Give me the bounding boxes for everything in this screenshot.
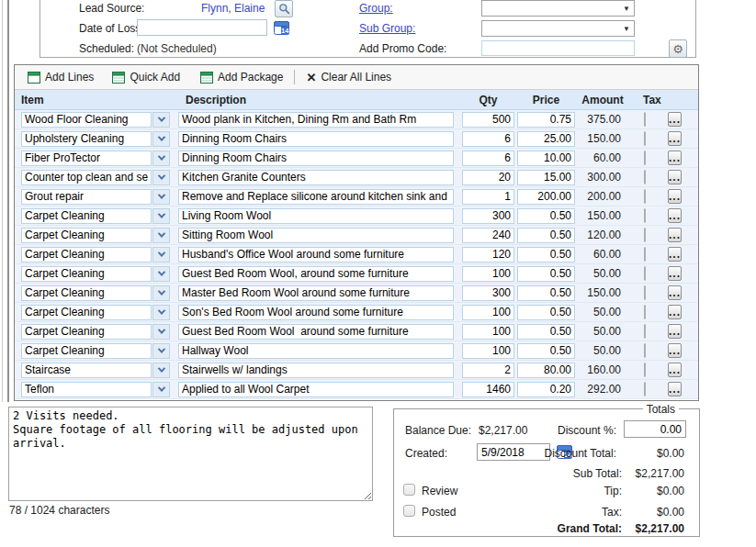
tax-checkbox[interactable] xyxy=(644,305,646,319)
price-input[interactable] xyxy=(517,151,575,166)
item-dropdown-button[interactable] xyxy=(152,170,170,185)
row-options-button[interactable]: ... xyxy=(668,363,682,377)
description-input[interactable] xyxy=(178,285,454,301)
qty-input[interactable] xyxy=(462,151,514,166)
price-input[interactable] xyxy=(517,363,575,378)
add-package-button[interactable]: Add Package xyxy=(195,69,288,85)
price-input[interactable] xyxy=(517,285,575,301)
item-dropdown-button[interactable] xyxy=(152,208,170,224)
row-options-button[interactable]: ... xyxy=(668,285,682,300)
qty-input[interactable] xyxy=(462,285,514,301)
row-options-button[interactable]: ... xyxy=(668,247,682,262)
row-options-button[interactable]: ... xyxy=(668,112,682,127)
posted-checkbox[interactable] xyxy=(403,505,415,517)
description-input[interactable] xyxy=(178,112,454,128)
quick-add-button[interactable]: Quick Add xyxy=(107,69,186,85)
item-input[interactable] xyxy=(21,324,152,340)
price-input[interactable] xyxy=(517,170,575,185)
tax-checkbox[interactable] xyxy=(644,208,646,223)
qty-input[interactable] xyxy=(462,131,514,147)
price-input[interactable] xyxy=(517,382,575,397)
description-input[interactable] xyxy=(178,247,454,262)
created-date-input[interactable] xyxy=(477,443,550,461)
qty-input[interactable] xyxy=(462,266,514,282)
item-dropdown-button[interactable] xyxy=(152,363,170,378)
item-dropdown-button[interactable] xyxy=(152,247,170,262)
item-dropdown-button[interactable] xyxy=(152,285,170,301)
item-dropdown-button[interactable] xyxy=(152,151,170,166)
description-input[interactable] xyxy=(178,170,454,185)
description-input[interactable] xyxy=(178,324,454,340)
item-dropdown-button[interactable] xyxy=(152,131,170,147)
price-input[interactable] xyxy=(517,131,575,147)
tax-checkbox[interactable] xyxy=(644,382,646,396)
item-input[interactable] xyxy=(21,151,152,166)
tax-checkbox[interactable] xyxy=(644,131,646,146)
item-dropdown-button[interactable] xyxy=(152,324,170,340)
item-dropdown-button[interactable] xyxy=(152,343,170,359)
tax-checkbox[interactable] xyxy=(644,363,646,377)
item-input[interactable] xyxy=(21,112,152,128)
row-options-button[interactable]: ... xyxy=(668,189,682,204)
tax-checkbox[interactable] xyxy=(644,189,646,204)
description-input[interactable] xyxy=(178,131,454,147)
qty-input[interactable] xyxy=(462,382,514,397)
tax-checkbox[interactable] xyxy=(644,151,646,165)
price-input[interactable] xyxy=(517,189,575,205)
qty-input[interactable] xyxy=(462,189,514,205)
tax-checkbox[interactable] xyxy=(644,170,646,184)
item-dropdown-button[interactable] xyxy=(152,228,170,243)
description-input[interactable] xyxy=(178,228,454,243)
price-input[interactable] xyxy=(517,324,575,340)
description-input[interactable] xyxy=(178,151,454,166)
price-input[interactable] xyxy=(517,228,575,243)
description-input[interactable] xyxy=(178,363,454,378)
promo-code-input[interactable] xyxy=(481,40,635,56)
item-input[interactable] xyxy=(21,189,152,205)
row-options-button[interactable]: ... xyxy=(668,305,682,319)
description-input[interactable] xyxy=(178,266,454,282)
tax-checkbox[interactable] xyxy=(644,324,646,339)
discount-pct-input[interactable] xyxy=(624,420,686,438)
description-input[interactable] xyxy=(178,189,454,205)
row-options-button[interactable]: ... xyxy=(668,266,682,281)
item-input[interactable] xyxy=(21,343,152,359)
item-input[interactable] xyxy=(21,228,152,243)
item-dropdown-button[interactable] xyxy=(152,112,170,128)
qty-input[interactable] xyxy=(462,170,514,185)
price-input[interactable] xyxy=(517,247,575,262)
item-input[interactable] xyxy=(21,266,152,282)
item-dropdown-button[interactable] xyxy=(152,305,170,320)
promo-settings-button[interactable]: ⚙ xyxy=(669,39,687,58)
row-options-button[interactable]: ... xyxy=(668,324,682,339)
tax-checkbox[interactable] xyxy=(644,247,646,262)
lead-source-value-link[interactable]: Flynn, Elaine xyxy=(201,2,265,15)
group-link[interactable]: Group: xyxy=(359,2,393,15)
review-checkbox[interactable] xyxy=(403,484,415,496)
tax-checkbox[interactable] xyxy=(644,112,646,127)
item-input[interactable] xyxy=(21,305,152,320)
item-input[interactable] xyxy=(21,170,152,185)
price-input[interactable] xyxy=(517,343,575,359)
date-of-loss-input[interactable] xyxy=(137,19,267,36)
row-options-button[interactable]: ... xyxy=(668,228,682,242)
item-dropdown-button[interactable] xyxy=(152,382,170,397)
tax-checkbox[interactable] xyxy=(644,266,646,281)
item-input[interactable] xyxy=(21,208,152,224)
date-of-loss-calendar-button[interactable]: 14 xyxy=(274,20,289,38)
qty-input[interactable] xyxy=(462,228,514,243)
sub-group-select[interactable]: ▼ xyxy=(481,20,635,37)
item-dropdown-button[interactable] xyxy=(152,189,170,205)
qty-input[interactable] xyxy=(462,112,514,128)
price-input[interactable] xyxy=(517,208,575,224)
row-options-button[interactable]: ... xyxy=(668,131,682,146)
price-input[interactable] xyxy=(517,266,575,282)
qty-input[interactable] xyxy=(462,324,514,340)
item-input[interactable] xyxy=(21,285,152,301)
qty-input[interactable] xyxy=(462,305,514,320)
item-input[interactable] xyxy=(21,247,152,262)
item-input[interactable] xyxy=(21,363,152,378)
qty-input[interactable] xyxy=(462,363,514,378)
description-input[interactable] xyxy=(178,208,454,224)
lead-source-search-button[interactable] xyxy=(275,0,293,17)
